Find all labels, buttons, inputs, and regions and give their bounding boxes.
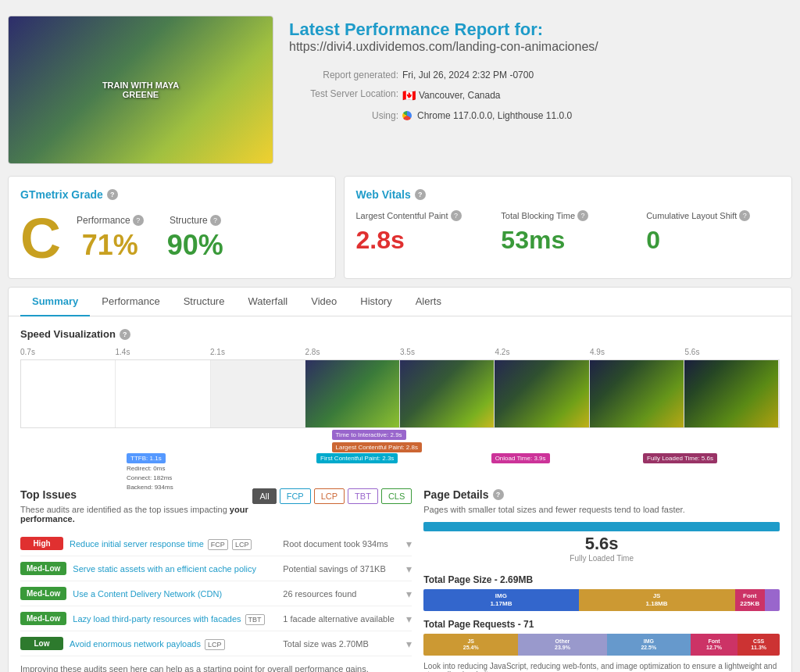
req-seg-img: IMG22.5% [607,634,691,656]
issue-badge-high: High [20,537,63,550]
speed-viz-title: Speed Visualization ? [20,328,780,340]
issue-expand-5[interactable]: ▾ [406,638,412,650]
fully-loaded-value: 5.6s [423,534,780,554]
page-details-info-icon[interactable]: ? [493,489,504,500]
issue-desc-5: Total size was 2.70MB [283,639,400,649]
web-vitals-info-icon[interactable]: ? [415,189,426,200]
marker-onload: Onload Time: 3.9s [491,453,550,463]
req-seg-js: JS25.4% [423,634,518,656]
frame-8 [684,360,779,427]
size-seg-font: Font225KB [735,589,765,611]
issues-subtext: These audits are identified as the top i… [20,505,412,524]
using-label: Using: [289,106,398,125]
issue-desc-4: 1 facade alternative available [283,614,400,624]
page-requests-title: Total Page Requests - 71 [423,619,780,630]
issue-row-4: Med-Low Lazy load third-party resources … [20,606,412,631]
using-value: Chrome 117.0.0.0, Lighthouse 11.0.0 [402,106,572,125]
issue-filter-buttons: All FCP LCP TBT CLS [252,488,412,504]
frame-1 [21,360,116,427]
issue-title-2[interactable]: Serve static assets with an efficient ca… [73,564,277,574]
structure-metric: Structure ? 90% [167,215,223,262]
tag-lcp: LCP [232,539,252,550]
req-seg-css: CSS11.3% [738,634,780,656]
page-details-footer: Look into reducing JavaScript, reducing … [423,662,780,672]
top-issues-section: All FCP LCP TBT CLS Top Issues These aud… [20,488,412,672]
tab-alerts[interactable]: Alerts [404,288,453,316]
frame-5 [400,360,495,427]
time-label-7: 4.9s [590,348,685,356]
tag-lcp-2: LCP [205,639,225,650]
page-size-bar: IMG1.17MB JS1.18MB Font225KB [423,589,780,611]
filter-tbt[interactable]: TBT [348,488,378,504]
filter-fcp[interactable]: FCP [280,488,311,504]
issue-title-4[interactable]: Lazy load third-party resources with fac… [73,614,277,624]
structure-info-icon[interactable]: ? [210,215,221,226]
issue-row-3: Med-Low Use a Content Delivery Network (… [20,581,412,606]
frame-2 [116,360,210,427]
issue-title-1[interactable]: Reduce initial server response time FCP … [70,539,277,549]
issue-expand-2[interactable]: ▾ [406,563,412,575]
issue-badge-medlow-1: Med-Low [20,562,66,575]
issue-expand-1[interactable]: ▾ [406,538,412,550]
lcp-value: 2.8s [356,226,490,255]
report-info: Latest Performance Report for: https://d… [289,16,792,164]
frame-4 [305,360,400,427]
issue-row-5: Low Avoid enormous network payloads LCP … [20,631,412,656]
report-meta: Report generated: Fri, Jul 26, 2024 2:32… [289,66,792,125]
tab-video[interactable]: Video [299,288,348,316]
time-label-4: 2.8s [305,348,401,356]
speed-viz-info-icon[interactable]: ? [120,329,130,340]
issue-expand-4[interactable]: ▾ [406,613,412,625]
tab-history[interactable]: History [348,288,403,316]
lcp-info-icon[interactable]: ? [451,210,462,221]
ttfb-redirect: Redirect: 0ms [127,464,173,474]
tab-performance[interactable]: Performance [90,288,171,316]
gtmetrix-info-icon[interactable]: ? [107,189,118,200]
issue-row-1: High Reduce initial server response time… [20,531,412,556]
tab-structure[interactable]: Structure [172,288,237,316]
cls-info-icon[interactable]: ? [739,210,750,221]
issue-desc-3: 26 resources found [283,589,400,599]
marker-ttfb: TTFB: 1.1s [127,453,166,463]
time-label-1: 0.7s [20,348,116,356]
frame-7 [590,360,684,427]
tbt-value: 53ms [501,226,634,255]
issue-title-5[interactable]: Avoid enormous network payloads LCP [70,639,277,649]
frames-row [20,359,780,428]
structure-value: 90% [167,229,223,262]
page-details-section: Page Details ? Pages with smaller total … [423,488,780,672]
issue-title-3[interactable]: Use a Content Delivery Network (CDN) [73,589,277,599]
cls-value: 0 [646,226,780,255]
performance-info-icon[interactable]: ? [133,215,144,226]
size-seg-img: IMG1.17MB [423,589,578,611]
fully-loaded-bar-fill [423,522,780,531]
grade-letter: C [20,210,61,266]
time-label-8: 5.6s [685,348,780,356]
filter-lcp[interactable]: LCP [314,488,345,504]
page-details-heading: Page Details ? [423,488,780,501]
tabs-header: Summary Performance Structure Waterfall … [9,288,791,316]
generated-label: Report generated: [289,66,398,84]
fully-loaded-bar: 5.6s Fully Loaded Time [423,522,780,563]
speed-visualization: 0.7s 1.4s 2.1s 2.8s 3.5s 4.2s 4.9s 5.6s [20,348,780,481]
page-size-title: Total Page Size - 2.69MB [423,574,780,585]
tbt-info-icon[interactable]: ? [577,210,588,221]
performance-metric: Performance ? 71% [77,215,144,262]
tab-waterfall[interactable]: Waterfall [236,288,299,316]
gtmetrix-grade-title: GTmetrix Grade ? [20,188,323,201]
filter-cls[interactable]: CLS [381,488,412,504]
filter-all[interactable]: All [252,488,276,504]
fully-loaded-sub: Fully Loaded Time [423,554,780,563]
marker-lcp: Largest Contentful Paint: 2.8s [332,442,422,452]
time-label-2: 1.4s [116,348,211,356]
req-seg-other: Other23.9% [518,634,607,656]
canada-flag-icon: 🇨🇦 [402,84,416,106]
lcp-metric: Largest Contentful Paint ? 2.8s [356,210,490,255]
issue-desc-2: Potential savings of 371KB [283,564,400,574]
size-seg-js: JS1.18MB [579,589,735,611]
tab-summary[interactable]: Summary [20,288,90,316]
generated-value: Fri, Jul 26, 2024 2:32 PM -0700 [402,66,534,84]
issue-expand-3[interactable]: ▾ [406,588,412,600]
ttfb-backend: Backend: 934ms [127,483,173,492]
time-label-6: 4.2s [495,348,591,356]
